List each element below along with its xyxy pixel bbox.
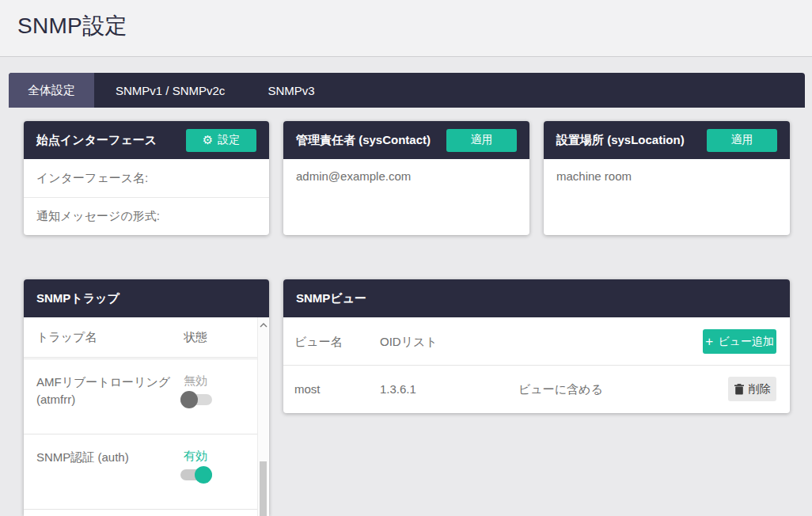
gear-icon: ⚙ [203,135,213,146]
syslocation-card-header: 設置場所 (sysLocation) 適用 [544,121,790,159]
syslocation-card: 設置場所 (sysLocation) 適用 machine room [544,121,790,235]
view-name-cell: most [294,382,321,396]
trap-toggle-auth[interactable] [180,466,212,484]
trap-name: SNMP認証 (auth) [36,449,176,466]
snmp-view-card-title: SNMPビュー [296,291,366,306]
page-title: SNMP設定 [17,11,127,41]
syscontact-input[interactable]: admin@example.com [283,159,529,207]
trash-icon [734,384,744,395]
tab-snmpv3[interactable]: SNMPv3 [246,73,336,108]
snmp-view-card-header: SNMPビュー [283,279,790,317]
interface-name-label: インターフェース名: [24,159,269,197]
view-mode-cell: ビューに含める [518,382,603,397]
trap-row-auth: SNMP認証 (auth) 有効 [24,434,257,510]
snmp-settings-page: SNMP設定 全体設定 SNMPv1 / SNMPv2c SNMPv3 始点イン… [0,0,812,516]
trap-state-column-header: 状態 [184,330,207,345]
source-interface-card-header: 始点インターフェース ⚙ 設定 [24,121,269,159]
plus-icon: + [705,335,713,348]
scroll-up-icon[interactable] [260,323,268,328]
add-view-button-label: ビュー追加 [718,335,774,349]
tab-snmpv1-v2c[interactable]: SNMPv1 / SNMPv2c [94,73,246,108]
source-interface-card-title: 始点インターフェース [36,133,157,148]
oid-cell: 1.3.6.1 [380,382,416,396]
syslocation-input[interactable]: machine room [544,159,790,207]
configure-button[interactable]: ⚙ 設定 [186,129,256,152]
trap-row-atmfrr: AMFリブートローリング (atmfrr) 無効 [24,359,257,434]
trap-state-label: 有効 [184,449,207,464]
trap-name: AMFリブートローリング (atmfrr) [36,374,176,408]
trap-scrollbar[interactable] [257,317,268,516]
syscontact-apply-button[interactable]: 適用 [446,129,517,152]
scrollbar-thumb[interactable] [260,461,267,516]
tab-bar: 全体設定 SNMPv1 / SNMPv2c SNMPv3 [9,73,805,108]
syscontact-card-header: 管理責任者 (sysContact) 適用 [283,121,529,159]
configure-button-label: 設定 [218,133,240,147]
delete-view-button[interactable]: 削除 [728,377,776,401]
add-view-button[interactable]: + ビュー追加 [703,329,776,354]
tab-general-settings[interactable]: 全体設定 [9,73,94,108]
trap-state-label: 無効 [184,374,207,389]
source-interface-card: 始点インターフェース ⚙ 設定 インターフェース名: 通知メッセージの形式: [24,121,269,235]
syscontact-card-title: 管理責任者 (sysContact) [296,133,431,148]
view-table-header: ビュー名 OIDリスト + ビュー追加 [283,317,790,366]
app-bar: SNMP設定 [0,0,812,57]
snmp-trap-card: SNMPトラップ トラップ名 状態 AMFリブートローリング (atmfrr) … [24,279,269,516]
snmp-trap-card-header: SNMPトラップ [24,279,269,317]
syslocation-apply-button[interactable]: 適用 [707,129,777,152]
snmp-trap-table: トラップ名 状態 AMFリブートローリング (atmfrr) 無効 SNMP認証… [24,317,269,516]
trap-name-column-header: トラップ名 [36,330,97,345]
notify-format-label: 通知メッセージの形式: [24,197,269,234]
toggle-knob [195,466,212,484]
syslocation-card-title: 設置場所 (sysLocation) [556,133,685,148]
delete-button-label: 削除 [749,382,771,396]
view-name-column-header: ビュー名 [294,335,343,350]
trap-toggle-atmfrr[interactable] [180,391,212,408]
syscontact-card: 管理責任者 (sysContact) 適用 admin@example.com [283,121,529,235]
oid-list-column-header: OIDリスト [380,335,438,350]
snmp-trap-card-title: SNMPトラップ [36,291,120,306]
snmp-view-card: SNMPビュー ビュー名 OIDリスト + ビュー追加 most 1.3.6.1… [283,279,790,413]
toggle-knob [180,391,198,408]
view-row-most: most 1.3.6.1 ビューに含める 削除 [283,366,790,412]
trap-table-header: トラップ名 状態 [24,317,257,357]
